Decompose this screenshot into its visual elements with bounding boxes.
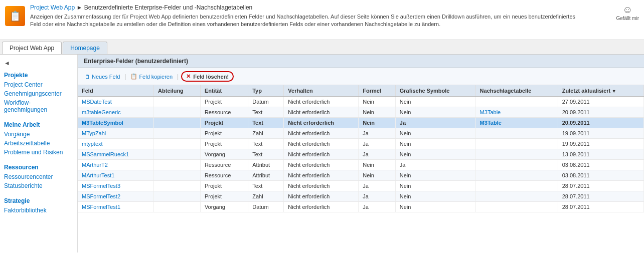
breadcrumb: Project Web App ► Benutzerdefinierte Ent…	[30, 4, 611, 11]
cell-typ: Zahl	[248, 128, 284, 139]
cell-verhalten: Nicht erforderlich	[284, 170, 359, 181]
table-row[interactable]: MSFormelTest1VorgangDatumNicht erforderl…	[78, 202, 644, 212]
col-nachschlagetabelle: Nachschlagetabelle	[475, 85, 558, 97]
cell-feld[interactable]: MArthurTest1	[78, 170, 154, 181]
cell-nachschlagetabelle	[475, 160, 558, 170]
cell-feld[interactable]: mtyptext	[78, 139, 154, 149]
table-row[interactable]: m3tableGenericRessourceTextNicht erforde…	[78, 107, 644, 118]
cell-formel: Nein	[359, 107, 396, 118]
delete-field-button[interactable]: ✕ Feld löschen!	[181, 71, 234, 82]
enterprise-fields-table: Feld Abteilung Entität Typ Verhalten For…	[78, 85, 644, 212]
tab-project-web-app[interactable]: Project Web App	[2, 42, 62, 54]
cell-entitaet: Projekt	[200, 128, 248, 139]
cell-nachschlagetabelle	[475, 202, 558, 212]
new-field-button[interactable]: 🗒 Neues Feld	[83, 73, 122, 81]
cell-grafische_symbole: Nein	[395, 149, 475, 160]
table-row[interactable]: MSSammelRueck1VorgangTextNicht erforderl…	[78, 149, 644, 160]
toolbar: 🗒 Neues Feld | 📋 Feld kopieren | ✕ Feld …	[78, 68, 644, 85]
table-row[interactable]: M3TableSymbolProjektTextNicht erforderli…	[78, 118, 644, 128]
sidebar-item-arbeitszeittabelle[interactable]: Arbeitszeittabelle	[0, 139, 77, 148]
cell-entitaet: Projekt	[200, 97, 248, 107]
sidebar-item-statusberichte[interactable]: Statusberichte	[0, 181, 77, 190]
cell-verhalten: Nicht erforderlich	[284, 107, 359, 118]
cell-nachschlagetabelle[interactable]: M3Table	[475, 107, 558, 118]
sidebar-item-genehmigungscenter[interactable]: Genehmigungscenter	[0, 89, 77, 98]
cell-feld[interactable]: MArthurT2	[78, 160, 154, 170]
cell-abteilung	[154, 202, 201, 212]
toolbar-separator-2: |	[177, 73, 179, 80]
table-row[interactable]: MSFormelTest3ProjektTextNicht erforderli…	[78, 181, 644, 191]
delete-field-label: Feld löschen!	[193, 74, 229, 80]
cell-feld[interactable]: MSSammelRueck1	[78, 149, 154, 160]
col-abteilung: Abteilung	[154, 85, 201, 97]
toolbar-separator-1: |	[124, 73, 126, 80]
cell-nachschlagetabelle	[475, 170, 558, 181]
cell-typ: Attribut	[248, 170, 284, 181]
col-typ: Typ	[248, 85, 284, 97]
cell-abteilung	[154, 160, 201, 170]
delete-icon: ✕	[186, 73, 191, 80]
cell-zuletzt: 27.09.2011	[558, 97, 643, 107]
cell-zuletzt: 03.08.2011	[558, 160, 643, 170]
cell-nachschlagetabelle	[475, 139, 558, 149]
cell-grafische_symbole: Nein	[395, 139, 475, 149]
cell-grafische_symbole: Nein	[395, 181, 475, 191]
cell-entitaet: Ressource	[200, 160, 248, 170]
like-button[interactable]: ☺ Gefällt mir	[611, 4, 639, 21]
table-row[interactable]: MSDateTestProjektDatumNicht erforderlich…	[78, 97, 644, 107]
cell-feld[interactable]: MSFormelTest3	[78, 181, 154, 191]
cell-abteilung	[154, 181, 201, 191]
copy-field-button[interactable]: 📋 Feld kopieren	[128, 72, 175, 81]
cell-entitaet: Projekt	[200, 118, 248, 128]
cell-nachschlagetabelle	[475, 191, 558, 202]
cell-verhalten: Nicht erforderlich	[284, 118, 359, 128]
col-zuletzt-aktualisiert[interactable]: Zuletzt aktualisiert	[558, 85, 643, 97]
app-icon: 📋	[5, 6, 25, 26]
cell-formel: Ja	[359, 181, 396, 191]
col-grafische-symbole: Grafische Symbole	[395, 85, 475, 97]
sidebar-item-workflow-genehmigungen[interactable]: Workflow-genehmigungen	[0, 98, 77, 114]
cell-feld[interactable]: MTypZahl	[78, 128, 154, 139]
cell-formel: Nein	[359, 118, 396, 128]
cell-feld[interactable]: MSFormelTest2	[78, 191, 154, 202]
cell-typ: Attribut	[248, 160, 284, 170]
sidebar-item-project-center[interactable]: Project Center	[0, 80, 77, 89]
sidebar-item-vorgaenge[interactable]: Vorgänge	[0, 130, 77, 139]
cell-verhalten: Nicht erforderlich	[284, 149, 359, 160]
table-row[interactable]: MArthurT2RessourceAttributNicht erforder…	[78, 160, 644, 170]
cell-zuletzt: 19.09.2011	[558, 128, 643, 139]
cell-abteilung	[154, 170, 201, 181]
cell-zuletzt: 20.09.2011	[558, 107, 643, 118]
sidebar-item-ressourcencenter[interactable]: Ressourcencenter	[0, 172, 77, 181]
cell-typ: Text	[248, 149, 284, 160]
cell-verhalten: Nicht erforderlich	[284, 139, 359, 149]
cell-feld[interactable]: MSFormelTest1	[78, 202, 154, 212]
cell-zuletzt: 28.07.2011	[558, 181, 643, 191]
cell-feld[interactable]: MSDateTest	[78, 97, 154, 107]
cell-zuletzt: 13.09.2011	[558, 149, 643, 160]
table-row[interactable]: MArthurTest1RessourceAttributNicht erfor…	[78, 170, 644, 181]
cell-typ: Zahl	[248, 191, 284, 202]
table-row[interactable]: MTypZahlProjektZahlNicht erforderlichJaN…	[78, 128, 644, 139]
sidebar-item-faktorbibliothek[interactable]: Faktorbibliothek	[0, 206, 77, 215]
tab-homepage[interactable]: Homepage	[63, 42, 107, 54]
cell-feld[interactable]: M3TableSymbol	[78, 118, 154, 128]
content-title: Enterprise-Felder (benutzerdefiniert)	[78, 55, 644, 68]
copy-field-icon: 📋	[130, 73, 137, 80]
cell-zuletzt: 19.09.2011	[558, 139, 643, 149]
cell-verhalten: Nicht erforderlich	[284, 97, 359, 107]
sidebar-section-strategie: Strategie	[0, 193, 77, 206]
sidebar-item-probleme-risiken[interactable]: Probleme und Risiken	[0, 148, 77, 157]
header-content: Project Web App ► Benutzerdefinierte Ent…	[30, 4, 611, 29]
sidebar-collapse-arrow[interactable]: ◄	[0, 59, 77, 68]
cell-zuletzt: 28.07.2011	[558, 191, 643, 202]
cell-nachschlagetabelle[interactable]: M3Table	[475, 118, 558, 128]
table-row[interactable]: MSFormelTest2ProjektZahlNicht erforderli…	[78, 191, 644, 202]
cell-grafische_symbole: Nein	[395, 202, 475, 212]
breadcrumb-separator: ►	[77, 4, 84, 11]
cell-verhalten: Nicht erforderlich	[284, 128, 359, 139]
new-field-icon: 🗒	[85, 74, 90, 80]
table-row[interactable]: mtyptextProjektTextNicht erforderlichJaN…	[78, 139, 644, 149]
breadcrumb-home[interactable]: Project Web App	[30, 4, 75, 11]
cell-feld[interactable]: m3tableGeneric	[78, 107, 154, 118]
